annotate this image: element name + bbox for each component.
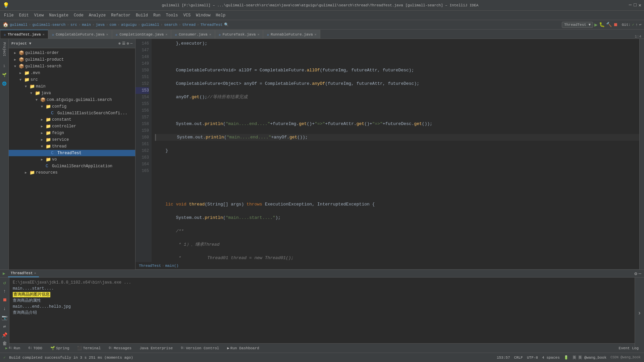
status-indent[interactable]: 4 spaces — [542, 356, 560, 360]
project-hide-btn[interactable]: — — [130, 41, 132, 46]
tree-item-thread[interactable]: ▼ 📁 thread — [9, 143, 135, 150]
run-config-selector[interactable]: ThreadTest ▼ — [562, 22, 593, 28]
tree-item-esconfig[interactable]: ▶ C GulimallElasticSearchConfi... — [9, 110, 135, 116]
project-icon-btn1[interactable]: ⊕ — [118, 41, 121, 46]
run-minimize-icon[interactable]: — — [639, 271, 641, 277]
run-restart-btn[interactable]: ↺ — [1, 279, 8, 286]
tree-item-controller[interactable]: ▶ 📁 controller — [9, 123, 135, 130]
code-area[interactable]: },executor); CompletableFuture<Void> all… — [152, 39, 639, 262]
tab-threadtest[interactable]: ☕ ThreadTest.java ✕ — [0, 30, 48, 39]
menu-code[interactable]: Code — [71, 12, 86, 19]
tree-item-package[interactable]: ▼ 📦 com.atguigu.gulimall.search — [9, 97, 135, 103]
tree-item-src[interactable]: ▼ 📁 src — [9, 76, 135, 83]
nav-java[interactable]: java — [96, 23, 105, 27]
tree-item-service[interactable]: ▶ 📁 service — [9, 136, 135, 143]
debug-icon[interactable]: 🐛 — [599, 22, 605, 27]
bc-threadtest[interactable]: ThreadTest — [139, 264, 161, 268]
nav-thread[interactable]: thread — [182, 23, 196, 27]
stop-icon[interactable]: ⏹ — [613, 22, 618, 27]
run-pin-btn[interactable]: 📌 — [1, 331, 8, 339]
tab-runnablefuture[interactable]: ☕ RunnableFuture.java ✕ — [263, 30, 320, 39]
tree-item-feign[interactable]: ▶ 📁 feign — [9, 130, 135, 136]
git-check-icon[interactable]: ✓ — [632, 22, 634, 27]
action-spring[interactable]: 🌱 Spring — [48, 345, 72, 351]
tree-item-threadtest[interactable]: ▶ C ThreadTest — [9, 150, 135, 156]
nav-search[interactable]: search — [164, 23, 177, 27]
tree-item-main[interactable]: ▼ 📁 main — [9, 83, 135, 90]
tab-futuretask[interactable]: ☕ FutureTask.java ✕ — [215, 30, 263, 39]
nav-gulimall[interactable]: gulimall — [10, 23, 28, 27]
action-java-enterprise[interactable]: Java Enterprise — [137, 345, 175, 351]
menu-help[interactable]: Help — [213, 12, 228, 19]
nav-gulimall2[interactable]: gulimall — [142, 23, 159, 27]
menu-refactor[interactable]: Refactor — [108, 12, 133, 19]
menu-view[interactable]: View — [32, 12, 47, 19]
nav-atguigu[interactable]: atguigu — [121, 23, 137, 27]
nav-com[interactable]: com — [110, 23, 116, 27]
tab-close-btn[interactable]: ✕ — [43, 33, 45, 37]
sidebar-web-icon[interactable]: 🌐 — [1, 80, 8, 87]
menu-window[interactable]: Window — [193, 12, 213, 19]
project-settings-btn[interactable]: ⚙ — [127, 41, 129, 46]
tab-close-btn6[interactable]: ✕ — [314, 33, 316, 37]
nav-threadtest[interactable]: ThreadTest — [201, 23, 223, 27]
bc-main[interactable]: main() — [165, 264, 179, 268]
run-stop-btn[interactable]: ⏹ — [1, 296, 8, 304]
tree-item-constant[interactable]: ▶ 📁 constant — [9, 116, 135, 123]
minimize-btn[interactable]: ─ — [629, 2, 632, 8]
run-scroll-down-btn[interactable]: ↓ — [1, 305, 8, 312]
run-camera-btn[interactable]: 📷 — [1, 314, 8, 321]
tab-completionstage[interactable]: ☕ CompletionStage.java ✕ — [112, 30, 171, 39]
run-tab-threadtest[interactable]: ThreadTest ✕ — [8, 270, 39, 277]
close-btn[interactable]: ✕ — [639, 2, 641, 8]
tree-item-java[interactable]: ▼ 📁 java — [9, 90, 135, 97]
status-charset[interactable]: UTF-8 — [527, 356, 538, 360]
tab-close-btn3[interactable]: ✕ — [165, 33, 167, 37]
git-revert-icon[interactable]: ↩ — [639, 22, 641, 27]
menu-build[interactable]: Build — [133, 12, 151, 19]
menu-run[interactable]: Run — [151, 12, 163, 19]
action-run[interactable]: ▶ 4: Run — [3, 345, 23, 351]
action-event-log[interactable]: Event Log — [616, 345, 641, 351]
action-todo[interactable]: 6: TODO — [25, 345, 45, 351]
menu-analyze[interactable]: Analyze — [86, 12, 108, 19]
code-content[interactable]: 146 147 148 149 150 151 152 153 154 155 … — [136, 39, 639, 262]
menu-edit[interactable]: Edit — [16, 12, 32, 19]
status-position[interactable]: 153:57 — [497, 356, 510, 360]
sidebar-icon-2[interactable]: 🌱 — [1, 71, 8, 78]
tree-item-mvn[interactable]: ▶ 📁 .mvn — [9, 70, 135, 76]
build-icon[interactable]: 🔨 — [606, 22, 612, 27]
nav-main[interactable]: main — [82, 23, 91, 27]
git-arrow-icon[interactable]: ↑ — [636, 23, 638, 27]
tree-item-resources[interactable]: ▶ 📁 resources — [9, 169, 135, 176]
action-messages[interactable]: 0: Messages — [106, 345, 134, 351]
tree-item-order[interactable]: ▶ 📦 gulimall-order — [9, 50, 135, 56]
sidebar-icon-1[interactable]: 1 — [1, 62, 8, 70]
tree-item-vo[interactable]: ▶ 📁 vo — [9, 156, 135, 163]
tab-close-btn2[interactable]: ✕ — [106, 33, 108, 37]
run-settings-icon[interactable]: ⚙ — [634, 271, 637, 277]
menu-tools[interactable]: Tools — [163, 12, 181, 19]
run-right-arrow[interactable]: › — [638, 310, 641, 316]
run-output[interactable]: E:\javaEE\java\jdk1.8.0_1102.x64\bin\jav… — [9, 278, 635, 349]
action-version-control[interactable]: 9: Version Control — [178, 345, 222, 351]
nav-gulimall-search[interactable]: gulimall-search — [32, 23, 65, 27]
tab-completablefuture[interactable]: ☕ CompletableFuture.java ✕ — [48, 30, 112, 39]
tab-consumer[interactable]: ☕ Consumer.java ✕ — [171, 30, 215, 39]
status-crlf[interactable]: CRLF — [514, 356, 523, 360]
tab-close-btn5[interactable]: ✕ — [257, 33, 259, 37]
run-tab-close[interactable]: ✕ — [34, 271, 36, 275]
nav-src[interactable]: src — [70, 23, 77, 27]
tree-item-config[interactable]: ▼ 📁 config — [9, 103, 135, 110]
sidebar-project-btn[interactable]: Project — [0, 40, 8, 58]
tree-item-product[interactable]: ▶ 📦 gulimall-product — [9, 56, 135, 63]
action-run-dashboard[interactable]: ▶ Run Dashboard — [224, 345, 262, 351]
menu-navigate[interactable]: Navigate — [46, 12, 71, 19]
run-scroll-up-btn[interactable]: ↑ — [1, 288, 8, 295]
tab-close-btn4[interactable]: ✕ — [209, 33, 211, 37]
action-terminal[interactable]: ⬛ Terminal — [74, 345, 103, 351]
tree-item-app[interactable]: ▶ C GulimallSearchApplication — [9, 163, 135, 169]
run-wrap-btn[interactable]: ⇌ — [1, 322, 8, 330]
menu-file[interactable]: File — [1, 12, 16, 19]
tree-item-search[interactable]: ▼ 📦 gulimall-search — [9, 63, 135, 70]
